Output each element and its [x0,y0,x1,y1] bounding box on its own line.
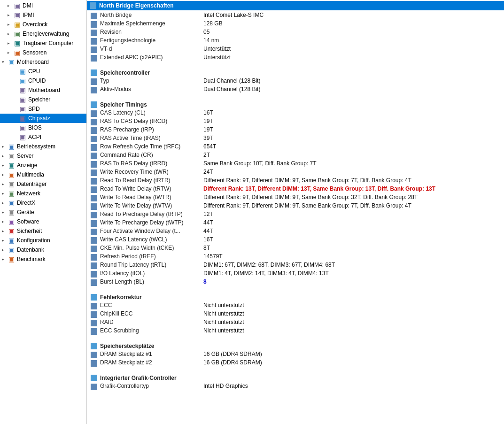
prop-icon [91,311,97,318]
sidebar-label-cpu: CPU [28,68,40,75]
expand-icon-netzwerk: ▸ [2,191,8,196]
chip-icon: ▣ [13,11,21,19]
prop-icon [91,161,97,168]
sidebar-item-bios[interactable]: ▣BIOS [0,123,86,132]
sidebar-item-spd[interactable]: ▣SPD [0,104,86,114]
expand-icon-datenbank: ▸ [2,247,8,252]
sidebar-item-motherboard2[interactable]: ▣Motherboard [0,85,86,95]
prop-value: Nicht unterstützt [203,327,504,334]
green-icon: ▣ [13,30,21,38]
sidebar-item-tragbarer[interactable]: ▸▣Tragbarer Computer [0,39,86,48]
prop-row: DRAM Steckplatz #216 GB (DDR4 SDRAM) [87,359,504,367]
sidebar-item-multimedia[interactable]: ▸▣Multimedia [0,170,86,179]
section-title: North Bridge Eigenschaften [99,2,174,9]
prop-value: 44T [203,228,504,234]
prop-name: North Bridge [100,12,203,18]
expand-icon-directx: ▸ [2,200,8,205]
chip-icon: ▣ [19,133,26,141]
sidebar-item-acpi[interactable]: ▣ACPI [0,132,86,142]
sidebar-item-overclock[interactable]: ▸▣Overclock [0,20,86,29]
subsection-header-1: Speichercontroller [87,68,504,77]
sidebar-item-gerate[interactable]: ▸▣Geräte [0,208,86,217]
prop-name: Burst Length (BL) [100,278,203,285]
sidebar-label-motherboard2: Motherboard [28,87,60,93]
chip-icon: ▣ [19,96,26,103]
prop-name: RAS To RAS Delay (tRRD) [100,160,203,167]
sidebar-label-datenbank: Datenbank [17,247,44,253]
prop-name: Read To Write Delay (tRTW) [100,185,203,192]
prop-icon [91,87,97,93]
prop-row: VT-dUnterstützt [87,45,504,54]
prop-name: ECC [100,302,203,308]
sidebar-label-energieverwaltung: Energieverwaltung [23,31,69,37]
sidebar-item-dmi[interactable]: ▸▣DMI [0,1,86,10]
prop-value: 128 GB [203,20,504,27]
sidebar-item-datenbank[interactable]: ▸▣Datenbank [0,245,86,254]
sidebar-item-netzwerk[interactable]: ▸▣Netzwerk [0,189,86,198]
prop-row: Aktiv-ModusDual Channel (128 Bit) [87,85,504,94]
main-panel: North Bridge EigenschaftenNorth BridgeIn… [87,0,504,424]
sidebar-item-sicherheit[interactable]: ▸▣Sicherheit [0,226,86,236]
prop-icon [91,279,97,286]
prop-row: RAS To RAS Delay (tRRD)Same Bank Group: … [87,160,504,168]
sidebar-item-anzeige[interactable]: ▸▣Anzeige [0,161,86,170]
prop-name: Refresh Period (tREF) [100,253,203,260]
sidebar-item-chipsatz[interactable]: ▣Chipsatz [0,114,86,123]
sidebar-label-netzwerk: Netzwerk [17,190,40,197]
sidebar: ▸▣DMI▸▣IPMI▸▣Overclock▸▣Energieverwaltun… [0,0,87,424]
prop-name: DRAM Steckplatz #1 [100,351,203,357]
prop-name: Round Trip Latency (tRTL) [100,262,203,268]
red-icon: ▣ [8,227,15,235]
prop-value: 2T [203,152,504,158]
sidebar-item-betriebssystem[interactable]: ▸▣Betriebssystem [0,142,86,151]
sidebar-item-datentrager[interactable]: ▸▣Datenträger [0,179,86,189]
sidebar-item-sensoren[interactable]: ▸▣Sensoren [0,48,86,57]
prop-name: Read To Read Delay (tRTR) [100,177,203,184]
subsection-icon-5 [91,375,97,381]
sidebar-label-tragbarer: Tragbarer Computer [23,40,73,46]
prop-name: VT-d [100,46,203,52]
prop-icon [91,237,97,244]
cpu-icon: ▣ [19,68,26,75]
sidebar-item-software[interactable]: ▸▣Software [0,217,86,226]
subsection-icon-3 [91,294,97,301]
sidebar-item-cpu[interactable]: ▣CPU [0,67,86,76]
chip-icon: ▣ [19,86,26,94]
prop-name: CAS Latency (CL) [100,109,203,116]
prop-icon [91,186,97,193]
expand-icon-gerate: ▸ [2,210,8,215]
subsection-icon-2 [91,101,97,108]
prop-row: Grafik-ControllertypIntel HD Graphics [87,382,504,391]
prop-icon [91,320,97,326]
sidebar-item-motherboard[interactable]: ▾▣Motherboard [0,57,86,67]
prop-value: Different Rank: 13T, Different DIMM: 13T… [203,185,504,192]
sidebar-item-konfiguration[interactable]: ▸▣Konfiguration [0,236,86,245]
prop-row: RAS Active Time (tRAS)39T [87,134,504,143]
sidebar-item-directx[interactable]: ▸▣DirectX [0,198,86,208]
prop-row: Read To Write Delay (tRTW)Different Rank… [87,185,504,193]
sidebar-item-server[interactable]: ▸▣Server [0,151,86,161]
sidebar-item-ipmi[interactable]: ▸▣IPMI [0,10,86,20]
prop-value: 16T [203,109,504,116]
prop-value: 19T [203,126,504,133]
prop-name: Read To Precharge Delay (tRTP) [100,211,203,217]
teal-icon: ▣ [8,162,15,169]
expand-icon-server: ▸ [2,154,8,158]
prop-value: 05 [203,29,504,35]
prop-name: Extended APIC (x2APIC) [100,54,203,61]
sidebar-label-acpi: ACPI [28,134,41,140]
prop-row: Fertigungstechnologie14 nm [87,37,504,45]
prop-name: Revision [100,29,203,35]
sidebar-item-cpuid[interactable]: ▣CPUID [0,76,86,85]
expand-icon-benchmark: ▸ [2,257,8,262]
cpu-icon: ▣ [8,58,15,66]
prop-name: Write Recovery Time (tWR) [100,169,203,175]
blue-icon: ▣ [8,143,15,150]
prop-value: Different Rank: 9T, Different DIMM: 9T, … [203,194,504,200]
prop-value: Intel HD Graphics [203,383,504,389]
expand-icon-konfiguration: ▸ [2,238,8,243]
sidebar-item-speicher[interactable]: ▣Speicher [0,95,86,104]
sidebar-item-benchmark[interactable]: ▸▣Benchmark [0,254,86,264]
prop-row: Command Rate (CR)2T [87,151,504,160]
sidebar-item-energieverwaltung[interactable]: ▸▣Energieverwaltung [0,29,86,39]
